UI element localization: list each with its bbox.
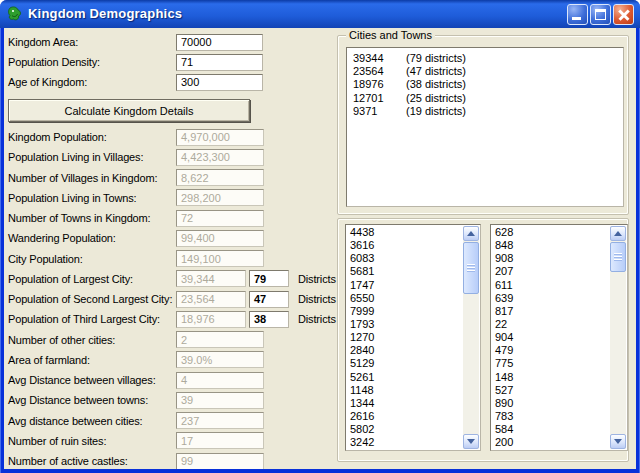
list-item[interactable]: 207	[491, 265, 610, 278]
list-item[interactable]: 639	[491, 292, 610, 305]
list-item[interactable]: 5681	[346, 265, 463, 278]
scroll-down-button[interactable]	[610, 434, 626, 449]
result-value: 99,400	[176, 230, 264, 247]
result-value: 23,564	[176, 291, 246, 308]
list-item[interactable]: 783	[491, 410, 610, 423]
list-item[interactable]: 775	[491, 357, 610, 370]
maximize-icon	[595, 9, 606, 20]
list-item[interactable]: 148	[491, 371, 610, 384]
field-input[interactable]	[176, 54, 263, 71]
city-list-item[interactable]: 18976 (38 districts)	[347, 78, 623, 91]
right-listbox-items: 6288489082076116398172290447977514852789…	[491, 226, 610, 449]
maximize-button[interactable]	[590, 4, 611, 25]
list-item[interactable]: 628	[491, 226, 610, 239]
list-item[interactable]: 584	[491, 423, 610, 436]
list-item[interactable]: 1344	[346, 397, 463, 410]
list-item[interactable]: 6083	[346, 252, 463, 265]
list-item[interactable]: 3616	[346, 239, 463, 252]
list-item[interactable]: 5802	[346, 423, 463, 436]
scroll-down-button[interactable]	[463, 434, 479, 449]
result-label: Population Living in Towns:	[8, 192, 176, 204]
city-population: 9371	[353, 105, 406, 117]
result-label: Population of Third Largest City:	[8, 313, 176, 325]
list-item[interactable]: 817	[491, 305, 610, 318]
list-item[interactable]: 611	[491, 279, 610, 292]
scroll-up-button[interactable]	[463, 226, 479, 241]
result-row: Population of Second Largest City: 23,56…	[8, 289, 336, 309]
city-list-item[interactable]: 12701 (25 districts)	[347, 91, 623, 104]
field-input[interactable]	[176, 74, 263, 91]
left-listbox-scrollbar[interactable]	[463, 226, 479, 449]
list-item[interactable]: 908	[491, 252, 610, 265]
right-listbox[interactable]: 6288489082076116398172290447977514852789…	[490, 224, 628, 451]
input-fields: Kingdom Area: Population Density: Age of…	[8, 32, 263, 92]
list-item[interactable]: 2840	[346, 344, 463, 357]
left-listbox-items: 4438361660835681174765507999179312702840…	[346, 226, 463, 449]
city-districts: (19 districts)	[406, 105, 466, 117]
city-list-item[interactable]: 23564 (47 districts)	[347, 64, 623, 77]
result-value: 4	[176, 372, 264, 389]
result-row: City Population: 149,100	[8, 249, 336, 269]
list-item[interactable]: 479	[491, 344, 610, 357]
field-label: Kingdom Area:	[8, 36, 176, 48]
result-label: Wandering Population:	[8, 232, 176, 244]
list-item[interactable]: 4438	[346, 226, 463, 239]
list-item[interactable]: 2616	[346, 410, 463, 423]
result-row: Population of Largest City: 39,344 79 Di…	[8, 269, 336, 289]
result-row: Number of other cities: 2	[8, 330, 336, 350]
city-population: 12701	[353, 92, 406, 104]
result-value: 39,344	[176, 270, 246, 287]
city-list-item[interactable]: 9371 (19 districts)	[347, 105, 623, 118]
city-population: 39344	[353, 52, 406, 64]
client-area: Kingdom Area: Population Density: Age of…	[4, 28, 636, 469]
result-row: Population Living in Villages: 4,423,300	[8, 147, 336, 167]
titlebar[interactable]: Kingdom Demographics	[0, 0, 640, 28]
list-item[interactable]: 1148	[346, 384, 463, 397]
input-row: Age of Kingdom:	[8, 72, 263, 92]
list-item[interactable]: 1747	[346, 279, 463, 292]
result-row: Population Living in Towns: 298,200	[8, 188, 336, 208]
list-item[interactable]: 890	[491, 397, 610, 410]
list-item[interactable]: 5129	[346, 357, 463, 370]
minimize-button[interactable]	[567, 4, 588, 25]
list-item[interactable]: 904	[491, 331, 610, 344]
result-label: Population of Second Largest City:	[8, 293, 176, 305]
arrow-up-icon	[467, 231, 475, 236]
window-controls	[567, 4, 634, 25]
list-item[interactable]: 1270	[346, 331, 463, 344]
result-value: 4,970,000	[176, 129, 264, 146]
result-row: Population of Third Largest City: 18,976…	[8, 309, 336, 329]
result-label: Avg distance between cities:	[8, 415, 176, 427]
districts-label: Districts	[298, 313, 336, 325]
list-item[interactable]: 848	[491, 239, 610, 252]
list-item[interactable]: 200	[491, 436, 610, 449]
cities-and-towns-group: Cities and Towns 39344 (79 districts) 23…	[337, 35, 629, 215]
scroll-up-button[interactable]	[610, 226, 626, 241]
group-title: Cities and Towns	[346, 29, 435, 41]
scrollbar-thumb[interactable]	[610, 242, 626, 272]
list-item[interactable]: 22	[491, 318, 610, 331]
close-icon	[614, 5, 633, 24]
scrollbar-thumb[interactable]	[463, 242, 479, 294]
result-row: Area of farmland: 39.0%	[8, 350, 336, 370]
field-input[interactable]	[176, 34, 263, 51]
field-label: Age of Kingdom:	[8, 76, 176, 88]
result-row: Avg Distance between villages: 4	[8, 370, 336, 390]
list-item[interactable]: 3242	[346, 436, 463, 449]
result-value: 72	[176, 210, 264, 227]
result-label: Number of ruin sites:	[8, 435, 176, 447]
list-item[interactable]: 5261	[346, 371, 463, 384]
list-item[interactable]: 1793	[346, 318, 463, 331]
city-list-item[interactable]: 39344 (79 districts)	[347, 51, 623, 64]
list-item[interactable]: 7999	[346, 305, 463, 318]
right-listbox-scrollbar[interactable]	[610, 226, 626, 449]
result-value: 237	[176, 412, 264, 429]
left-listbox[interactable]: 4438361660835681174765507999179312702840…	[345, 224, 481, 451]
list-item[interactable]: 527	[491, 384, 610, 397]
result-row: Number of ruin sites: 17	[8, 431, 336, 451]
calculate-kingdom-details-button[interactable]: Calculate Kingdom Details	[8, 99, 250, 122]
close-button[interactable]	[613, 4, 634, 25]
list-item[interactable]: 6550	[346, 292, 463, 305]
cities-listbox[interactable]: 39344 (79 districts) 23564 (47 districts…	[346, 47, 624, 207]
result-row: Number of Villages in Kingdom: 8,622	[8, 168, 336, 188]
